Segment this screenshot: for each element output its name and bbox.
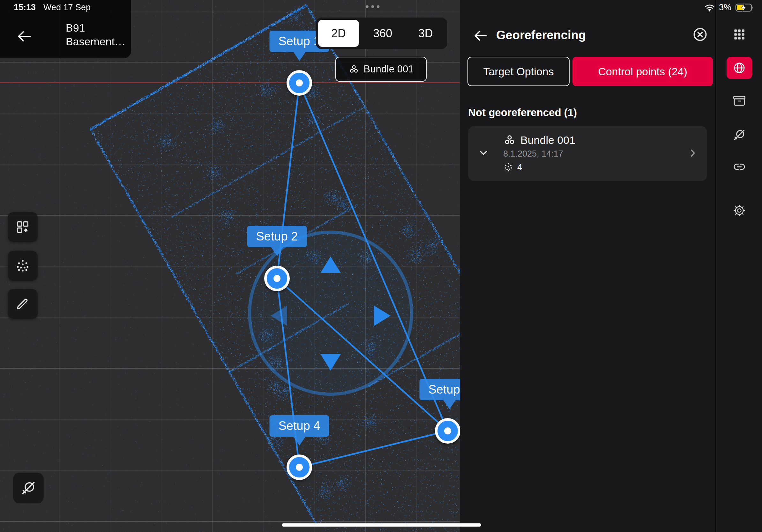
scan-off-icon: [733, 128, 746, 142]
globe-icon: [733, 61, 746, 75]
home-indicator[interactable]: [282, 523, 481, 527]
pen-icon: [15, 297, 30, 311]
settings-button[interactable]: [726, 199, 752, 222]
wifi-icon: [704, 4, 715, 12]
app-screen: Setup 1 Setup 2 Setup 3 Setup 4: [0, 0, 762, 532]
georeferencing-panel: Georeferencing Target Options Control po…: [460, 0, 716, 532]
archive-button[interactable]: [726, 90, 752, 112]
view-layout-button[interactable]: [8, 212, 38, 242]
panel-title: Georeferencing: [496, 29, 586, 42]
chevron-down-icon: [477, 146, 490, 159]
setup-label-2[interactable]: Setup 2: [247, 226, 307, 247]
marker-center-dot: [273, 275, 280, 282]
expand-bundle-button[interactable]: [477, 146, 490, 160]
panel-tabs: Target Options Control points (24): [468, 57, 713, 86]
back-arrow-icon: [473, 28, 489, 44]
link-icon: [733, 160, 746, 173]
panel-close-button[interactable]: [692, 27, 708, 43]
point-cloud-button[interactable]: [8, 251, 38, 281]
status-date: Wed 17 Sep: [43, 3, 91, 13]
point-cloud-icon: [503, 162, 513, 172]
draw-button[interactable]: [8, 289, 38, 319]
bundle-card[interactable]: Bundle 001 8.1.2025, 14:17 4: [468, 126, 707, 181]
point-cloud-icon: [15, 258, 30, 273]
control-points-button[interactable]: Control points (24): [572, 57, 713, 86]
tab-360[interactable]: 360: [361, 18, 404, 49]
tab-3d[interactable]: 3D: [404, 18, 447, 49]
setup-marker-1[interactable]: [286, 70, 312, 96]
bundle-card-title: Bundle 001: [520, 134, 575, 146]
setup-marker-3[interactable]: [435, 418, 460, 444]
multitask-indicator[interactable]: •••: [365, 1, 382, 13]
apps-grid-icon: [733, 28, 746, 41]
setup-label-4[interactable]: Setup 4: [269, 415, 329, 436]
bundle-card-content: Bundle 001 8.1.2025, 14:17 4: [503, 134, 575, 172]
marker-center-dot: [444, 428, 451, 434]
archive-box-icon: [733, 94, 746, 107]
bundle-tag-label: Bundle 001: [364, 63, 414, 75]
panel-back-button[interactable]: [473, 28, 489, 45]
battery-icon: [735, 3, 755, 13]
target-options-button[interactable]: Target Options: [468, 57, 570, 86]
battery-percent: 3%: [719, 3, 731, 13]
project-back-button[interactable]: [16, 28, 33, 46]
setup-marker-4[interactable]: [286, 454, 312, 480]
bundle-tag-button[interactable]: Bundle 001: [336, 57, 426, 82]
setup-marker-2[interactable]: [264, 266, 290, 291]
bundle-scan-count: 4: [517, 162, 522, 172]
apps-grid-button[interactable]: [726, 23, 752, 46]
bundle-icon: [348, 64, 359, 75]
tab-2d[interactable]: 2D: [318, 20, 359, 47]
scan-positions-off-button[interactable]: [13, 473, 44, 503]
bundle-card-datetime: 8.1.2025, 14:17: [503, 149, 575, 159]
marker-center-dot: [296, 79, 303, 87]
not-georeferenced-header: Not georeferenced (1): [468, 106, 577, 119]
scan-off-icon: [21, 480, 37, 496]
tiles-icon: [15, 220, 30, 234]
scan-visibility-button[interactable]: [726, 124, 752, 146]
view-switcher: 2D 360 3D: [316, 18, 447, 49]
georeferencing-tool-button[interactable]: [726, 57, 752, 79]
status-time: 15:13: [14, 3, 36, 13]
bundle-icon: [503, 134, 516, 146]
link-button[interactable]: [726, 156, 752, 178]
tool-sidebar: [716, 0, 762, 532]
project-title: B91 Basement…: [66, 21, 125, 48]
marker-center-dot: [296, 464, 303, 471]
gear-icon: [733, 204, 746, 217]
setup-label-3[interactable]: Setup 3: [419, 379, 460, 400]
status-right-cluster: 3%: [704, 3, 755, 13]
close-icon: [692, 27, 708, 42]
chevron-right-icon[interactable]: [687, 147, 699, 159]
back-arrow-icon: [16, 28, 33, 45]
